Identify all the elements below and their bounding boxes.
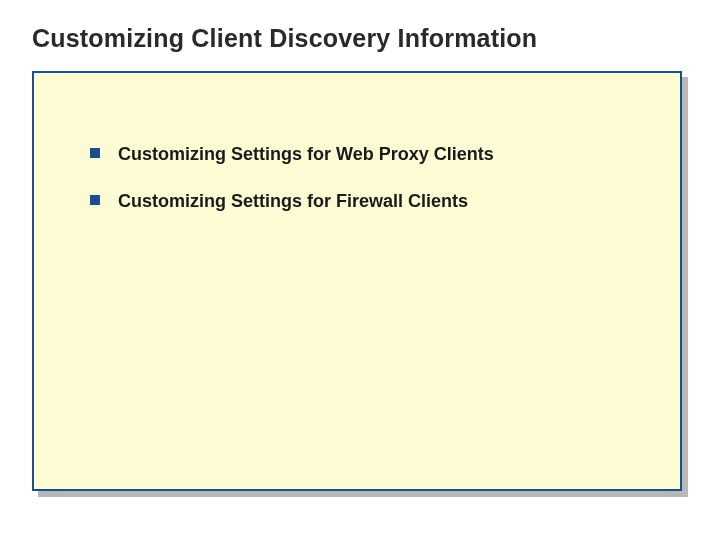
- bullet-text: Customizing Settings for Web Proxy Clien…: [118, 143, 494, 166]
- slide-container: Customizing Client Discovery Information…: [0, 0, 720, 540]
- bullet-text: Customizing Settings for Firewall Client…: [118, 190, 468, 213]
- content-box-wrapper: Customizing Settings for Web Proxy Clien…: [32, 71, 682, 491]
- square-bullet-icon: [90, 195, 100, 205]
- bullet-item: Customizing Settings for Firewall Client…: [90, 190, 636, 213]
- content-box: Customizing Settings for Web Proxy Clien…: [32, 71, 682, 491]
- slide-title: Customizing Client Discovery Information: [32, 24, 688, 53]
- bullet-item: Customizing Settings for Web Proxy Clien…: [90, 143, 636, 166]
- square-bullet-icon: [90, 148, 100, 158]
